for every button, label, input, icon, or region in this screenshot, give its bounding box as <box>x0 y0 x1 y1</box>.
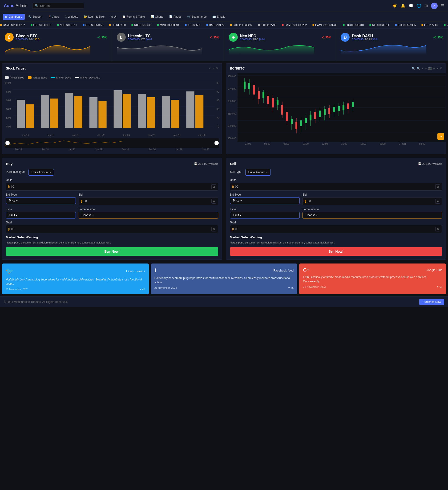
purchase-now-button[interactable]: Purchase Now <box>419 299 444 305</box>
svg-rect-40 <box>267 96 269 104</box>
ticker-item: NEO $161.511 <box>369 24 389 26</box>
facebook-icon: f <box>154 267 156 274</box>
pages-icon: 📄 <box>169 15 173 18</box>
menu-item-dashboard[interactable]: ⊞ Dashboard <box>3 14 25 20</box>
close-icon[interactable]: ✕ <box>440 67 442 70</box>
buy-bid-icon-btn[interactable]: ⊞ <box>211 199 216 204</box>
ticker-item: GAME $11.039232 <box>0 24 25 26</box>
menu-icon[interactable]: ≡ <box>433 67 435 70</box>
ticker-item: NEO $161.511 <box>57 24 77 26</box>
buy-force-dropdown[interactable]: Choose ▾ <box>79 212 218 219</box>
market-days-all-legend <box>75 77 79 78</box>
buy-now-button[interactable]: Buy Now! <box>6 247 218 256</box>
close-icon[interactable]: ✕ <box>216 67 218 70</box>
twitter-heart-icon: ♥ <box>140 288 141 291</box>
search-box[interactable]: 🔍 <box>32 3 84 9</box>
ticker-item: MINT $0.880694 <box>157 24 179 26</box>
stock-chart-title: Stock Target <box>6 66 26 70</box>
sell-total-label: Total <box>230 221 442 224</box>
ticker-dot <box>109 24 111 26</box>
menu-item-ui[interactable]: ◎ UI <box>108 14 119 20</box>
buy-total-icon-btn[interactable]: ⊞ <box>211 227 216 231</box>
sell-limit-dropdown[interactable]: Limit ▾ <box>230 212 300 219</box>
menu-item-emails[interactable]: ✉️ Emails <box>210 14 228 20</box>
ticker-item: ETH $1.2792 <box>258 24 276 26</box>
facebook-label: Facebook feed <box>273 269 294 272</box>
stock-bar-chart <box>13 81 214 133</box>
sell-bid-input[interactable] <box>308 200 434 203</box>
sell-bid-icon-btn[interactable]: ⊞ <box>435 199 440 204</box>
svg-rect-58 <box>310 114 312 121</box>
menu-item-widgets[interactable]: ⬡ Widgets <box>62 14 80 20</box>
sell-btc-bid-icon: ₿ <box>305 200 306 203</box>
ticker-item: GAME $11.039232 <box>282 24 307 26</box>
menu-item-charts[interactable]: 📊 Charts <box>148 14 166 20</box>
crypto-card-neo: ◈ Neo NEO 0.00000434 NEO $0.04 -1.35% <box>224 28 336 61</box>
purchase-type-dropdown[interactable]: Unite Amount ▾ <box>28 169 54 175</box>
expand-icon[interactable]: ⤢ <box>209 67 211 70</box>
sell-bid-type-dropdown[interactable]: Price ▾ <box>230 197 300 204</box>
menu-toggle-icon[interactable]: ☰ <box>441 4 444 8</box>
ecommerce-icon: 🛒 <box>187 15 191 18</box>
buy-total-input[interactable] <box>11 228 210 231</box>
camera-icon[interactable]: 📷 <box>428 67 432 70</box>
svg-rect-36 <box>258 91 260 99</box>
sell-units-input[interactable] <box>235 185 434 188</box>
menu-item-forms-table[interactable]: 📋 Forms & Table <box>120 14 147 20</box>
sell-force-dropdown[interactable]: Choose ▾ <box>303 212 442 219</box>
sell-type-dropdown[interactable]: Unite Amount ▾ <box>245 169 271 175</box>
zoom-icon[interactable]: 🔍 <box>412 67 415 70</box>
sell-title: Sell <box>230 162 236 166</box>
menu-item-login-error[interactable]: 🔐 Login & Error <box>81 14 107 20</box>
notifications-icon[interactable]: 🔔 <box>401 4 406 8</box>
range-handle-left[interactable] <box>5 141 10 145</box>
buy-units-input[interactable] <box>11 185 210 188</box>
sell-bid-label: Bid <box>303 193 442 196</box>
search-input[interactable] <box>40 4 81 8</box>
zoom-out-icon[interactable]: 🔍 <box>416 67 420 70</box>
messages-icon[interactable]: 💬 <box>409 4 413 8</box>
menu-item-apps[interactable]: 📱 Apps <box>46 14 61 20</box>
google-label: Google Plus <box>426 268 442 272</box>
bcn-candlestick-chart <box>237 73 446 142</box>
layout-icon[interactable]: ⊞ <box>425 4 428 8</box>
collapse-icon[interactable]: ∧ <box>212 67 214 70</box>
menu-item-pages[interactable]: 📄 Pages <box>167 14 184 20</box>
menu-item-ecommerce[interactable]: 🛒 Ecommerce <box>185 14 209 20</box>
buy-bid-input[interactable] <box>84 200 210 203</box>
expand-icon[interactable]: ⤢ <box>421 67 424 70</box>
btc-total-icon: ₿ <box>8 228 10 231</box>
avatar: A <box>431 3 438 9</box>
sell-units-icon-btn[interactable]: ⊞ <box>435 184 440 189</box>
ticker-item: LIT $177.80 <box>421 24 438 26</box>
theme-toggle-icon[interactable]: ☀️ <box>393 4 397 8</box>
buy-warning-title: Market Order Warning <box>6 236 218 239</box>
nav-icons: ☀️ 🔔 💬 🌐 ⊞ A ☰ <box>393 3 444 9</box>
search-icon: 🔍 <box>35 4 39 8</box>
buy-units-icon-btn[interactable]: ⊞ <box>211 184 216 189</box>
sell-total-input[interactable] <box>235 228 434 231</box>
buy-bid-type-dropdown[interactable]: Price ▾ <box>6 197 76 204</box>
ticker-scroll: GAME $11.039232 LBC $0.588418 NEO $161.5… <box>0 24 448 26</box>
neo-title: Neo NEO <box>240 34 265 38</box>
language-icon[interactable]: 🌐 <box>417 4 421 8</box>
sell-now-button[interactable]: Sell Now! <box>230 247 442 256</box>
menu-item-support[interactable]: 🔧 Support <box>26 14 45 20</box>
ticker-dot <box>185 24 187 26</box>
ticker-dot <box>83 24 85 26</box>
sell-bid-type-label: Bid Type <box>230 193 300 196</box>
bcn-info-button[interactable]: ↗ <box>437 133 444 140</box>
facebook-heart-icon: ♥ <box>288 286 290 289</box>
buy-bid-type-label: Bid Type <box>6 193 76 196</box>
sell-type-label: Sell Type <box>230 170 242 174</box>
buy-title: Buy <box>6 162 12 166</box>
buy-type-dropdown[interactable]: Limit ▾ <box>6 212 76 219</box>
svg-rect-15 <box>26 105 34 128</box>
twitter-card: 🐦 Latest Tweets Holistically benchmark p… <box>2 263 149 294</box>
ticker-dot <box>282 24 284 26</box>
collapse-icon[interactable]: ∧ <box>436 67 438 70</box>
sell-total-icon-btn[interactable]: ⊞ <box>435 227 440 231</box>
svg-rect-34 <box>253 85 255 95</box>
range-handle-right[interactable] <box>214 141 219 145</box>
home-icon[interactable]: ⌂ <box>425 67 427 70</box>
